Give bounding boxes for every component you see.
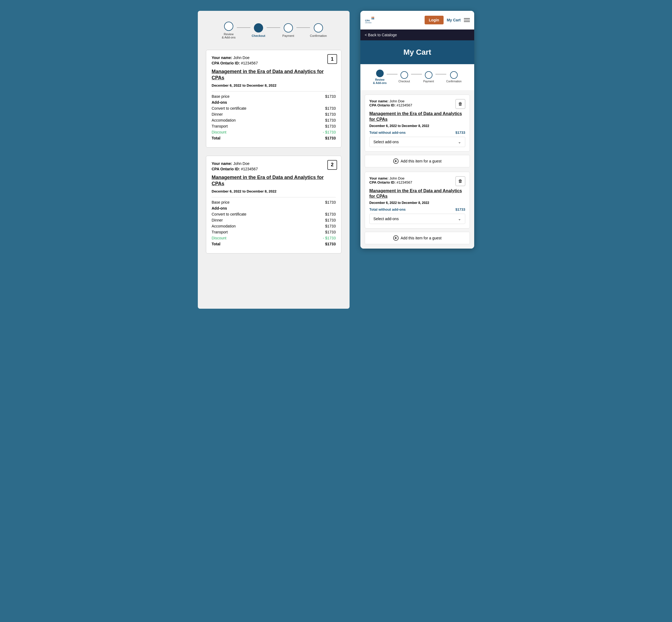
card-1-addon-3-value: $1733	[325, 124, 336, 128]
card-number-1: 1	[327, 54, 337, 64]
mobile-stepper: Review& Add-ons Checkout Payment Confirm…	[360, 64, 474, 90]
card-2-id-row: CPA Ontario ID: #1234567	[212, 167, 336, 171]
card-1-addon-1-value: $1733	[325, 112, 336, 116]
card-2-base-price-value: $1733	[325, 200, 336, 204]
add-guest-button-1[interactable]: + Add this item for a guest	[365, 155, 470, 167]
m-card-1-header-text: Your name: John Doe CPA Ontario ID: #123…	[369, 99, 412, 107]
m-card-1-total-without-row: Total without add-ons $1733	[369, 131, 465, 135]
m-step-review: Review& Add-ons	[373, 70, 387, 85]
card-1-name-label: Your name:	[212, 56, 232, 60]
mobile-body: Your name: John Doe CPA Ontario ID: #123…	[360, 90, 474, 249]
card-2-addon-row-1: Dinner $1733	[212, 218, 336, 222]
card-2-id-value: #1234567	[241, 167, 258, 171]
card-1-addon-row-3: Transport $1733	[212, 124, 336, 128]
card-1-addon-2-label: Accomodation	[212, 118, 236, 123]
m-card-2-title: Management in the Era of Data and Analyt…	[369, 188, 465, 200]
cpa-logo-icon: CPA ONTARIO	[365, 14, 376, 26]
card-2-addons-label: Add-ons	[212, 206, 227, 210]
card-1-addon-0-label: Convert to certificate	[212, 106, 246, 110]
m-card-1-select-addons[interactable]: Select add-ons ⌄	[369, 137, 465, 147]
card-1-addon-row-0: Convert to certificate $1733	[212, 106, 336, 110]
m-card-1-total-without-value: $1733	[455, 131, 465, 135]
card-2-name-value: John Doe	[233, 161, 250, 166]
card-2-addon-2-value: $1733	[325, 224, 336, 228]
add-guest-label-1: Add this item for a guest	[401, 159, 442, 163]
step-confirmation-label: Confirmation	[310, 34, 327, 37]
m-card-2-total-without-value: $1733	[455, 207, 465, 211]
hamburger-line-1	[464, 18, 470, 19]
m-card-2-delete-button[interactable]: 🗑	[455, 176, 465, 186]
m-card-1-date: December 6, 2022 to December 8, 2022	[369, 124, 465, 128]
card-1-addons-header: Add-ons	[212, 100, 336, 105]
add-guest-icon-2: +	[393, 235, 398, 241]
hamburger-line-3	[464, 22, 470, 22]
card-2-addon-3-value: $1733	[325, 230, 336, 234]
card-1-id-row: CPA Ontario ID: #1234567	[212, 61, 336, 65]
step-checkout-label: Checkout	[252, 34, 265, 37]
step-payment-circle	[284, 23, 293, 33]
m-card-1-name-label: Your name:	[369, 99, 389, 103]
m-step-payment-label: Payment	[423, 80, 434, 83]
card-2-addon-0-value: $1733	[325, 212, 336, 216]
header-right: Login My Cart	[425, 16, 470, 24]
m-cart-card-1: Your name: John Doe CPA Ontario ID: #123…	[365, 95, 470, 152]
step-line-2	[267, 27, 280, 28]
card-1-date: December 6, 2022 to December 8, 2022	[212, 83, 336, 88]
card-2-addon-0-label: Convert to certificate	[212, 212, 246, 216]
card-number-2: 2	[327, 160, 337, 170]
m-card-1-id-label: CPA Ontario ID:	[369, 103, 395, 107]
step-review-circle	[224, 22, 233, 31]
left-stepper: Review& Add-ons Checkout Payment Confirm…	[206, 22, 342, 39]
m-card-2-name-row: Your name: John Doe	[369, 176, 412, 180]
card-2-base-price-label: Base price	[212, 200, 229, 204]
card-1-addon-1-label: Dinner	[212, 112, 223, 116]
card-1-addon-0-value: $1733	[325, 106, 336, 110]
m-card-2-total-without-row: Total without add-ons $1733	[369, 207, 465, 211]
m-card-2-id-value: #1234567	[396, 180, 412, 184]
card-1-name-row: Your name: John Doe	[212, 56, 336, 60]
step-checkout-circle	[254, 23, 263, 33]
back-nav[interactable]: < Back to Cataloge	[360, 30, 474, 40]
m-step-line-2	[411, 74, 422, 74]
card-2-name-row: Your name: John Doe	[212, 161, 336, 166]
m-card-1-select-addons-label: Select add-ons	[374, 140, 398, 144]
card-1-id-label: CPA Ontario ID:	[212, 61, 240, 65]
my-cart-link[interactable]: My Cart	[447, 18, 461, 22]
card-2-total-value: $1733	[325, 242, 336, 246]
m-card-1-name-row: Your name: John Doe	[369, 99, 412, 103]
card-1-base-price-row: Base price $1733	[212, 94, 336, 99]
m-step-line-1	[387, 74, 397, 74]
m-card-2-select-addons[interactable]: Select add-ons ⌄	[369, 214, 465, 224]
add-guest-icon-1: +	[393, 159, 398, 164]
m-card-2-date: December 6, 2022 to December 8, 2022	[369, 201, 465, 205]
card-1-addon-3-label: Transport	[212, 124, 228, 128]
m-card-2-name-label: Your name:	[369, 176, 389, 180]
m-card-2-header-row: Your name: John Doe CPA Ontario ID: #123…	[369, 176, 465, 186]
card-2-addon-row-0: Convert to certificate $1733	[212, 212, 336, 216]
left-cart-card-2: 2 Your name: John Doe CPA Ontario ID: #1…	[206, 156, 342, 253]
add-guest-label-2: Add this item for a guest	[401, 236, 442, 240]
card-2-addons-header: Add-ons	[212, 206, 336, 210]
m-card-1-delete-button[interactable]: 🗑	[455, 99, 465, 109]
svg-rect-2	[372, 17, 373, 18]
svg-rect-4	[372, 18, 373, 19]
step-checkout: Checkout	[250, 23, 267, 37]
card-1-price-table: Base price $1733 Add-ons Convert to cert…	[212, 91, 336, 140]
m-step-checkout-circle	[401, 71, 408, 79]
card-2-discount-label: Discount	[212, 236, 226, 240]
card-2-addon-row-2: Accomodation $1733	[212, 224, 336, 228]
svg-text:ONTARIO: ONTARIO	[365, 22, 372, 24]
card-1-title: Management in the Era of Data and Analyt…	[212, 69, 336, 81]
step-confirmation: Confirmation	[310, 23, 327, 37]
card-1-base-price-label: Base price	[212, 94, 229, 99]
hamburger-line-2	[464, 20, 470, 20]
add-guest-button-2[interactable]: + Add this item for a guest	[365, 232, 470, 244]
svg-rect-5	[373, 18, 374, 19]
step-payment-label: Payment	[282, 34, 294, 37]
card-1-discount-value: - $1733	[323, 130, 336, 134]
card-2-name-label: Your name:	[212, 161, 232, 166]
hamburger-menu[interactable]	[464, 18, 470, 22]
m-card-2-name-value: John Doe	[389, 176, 405, 180]
login-button[interactable]: Login	[425, 16, 444, 24]
card-1-addons-label: Add-ons	[212, 100, 227, 105]
